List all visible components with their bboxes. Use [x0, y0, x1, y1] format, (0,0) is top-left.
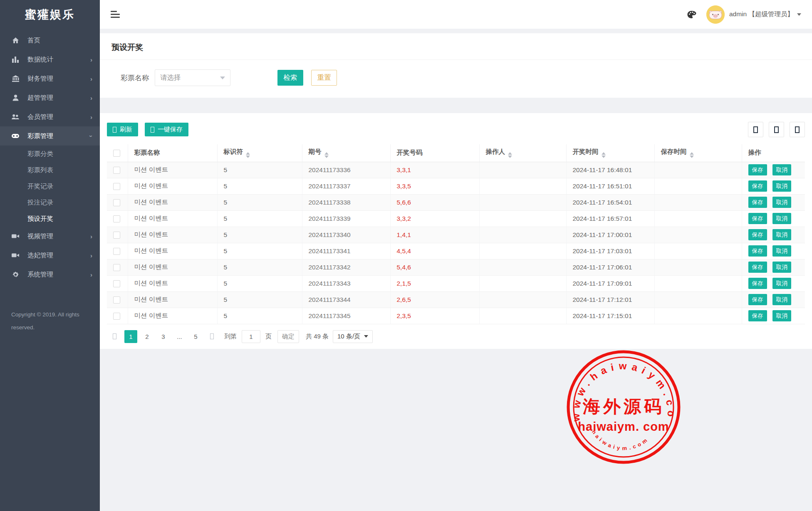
filter-columns-button[interactable] [748, 122, 763, 137]
sort-icon[interactable] [324, 152, 329, 158]
page-title: 预设开奖 [100, 33, 812, 60]
row-save-button[interactable]: 保存 [748, 278, 767, 289]
row-save-button[interactable]: 保存 [748, 213, 767, 224]
row-checkbox[interactable] [113, 183, 120, 190]
sort-icon[interactable] [508, 152, 512, 158]
row-checkbox[interactable] [113, 199, 120, 206]
goto-confirm-button[interactable]: 确定 [277, 330, 299, 343]
print-button[interactable] [790, 122, 805, 137]
col-actions: 操作 [742, 144, 805, 162]
page-number-button[interactable]: 1 [124, 330, 137, 343]
sort-icon[interactable] [246, 152, 250, 158]
filter-card: 预设开奖 彩票名称 请选择 检索 重置 [100, 33, 812, 98]
sidebar-item-system[interactable]: 系统管理 › [0, 265, 100, 284]
page-number-button[interactable]: 3 [157, 330, 170, 343]
col-lottery-name: 彩票名称 [128, 144, 217, 162]
sort-icon[interactable] [690, 152, 694, 158]
row-checkbox[interactable] [113, 264, 120, 271]
row-checkbox[interactable] [113, 296, 120, 304]
total-count: 共 49 条 [306, 333, 329, 341]
table-row: 미션 이벤트 5 202411173340 1,4,1 2024-11-17 1… [107, 227, 805, 243]
sidebar-item-home[interactable]: 首页 [0, 31, 100, 50]
cell-draw-time: 2024-11-17 17:03:01 [566, 243, 654, 259]
row-cancel-button[interactable]: 取消 [772, 197, 791, 208]
caret-down-icon [797, 13, 801, 16]
row-save-button[interactable]: 保存 [748, 245, 767, 257]
row-save-button[interactable]: 保存 [748, 197, 767, 208]
sidebar-item-label: 选妃管理 [27, 251, 53, 260]
cell-actions: 保存 取消 [742, 308, 805, 324]
search-button[interactable]: 检索 [277, 70, 303, 86]
row-cancel-button[interactable]: 取消 [772, 245, 791, 257]
sidebar-item-label: 超管管理 [27, 94, 53, 102]
sidebar-nav: 首页 数据统计 › 财务管理 › 超管管理 › 会员 [0, 31, 100, 284]
cell-draw-time: 2024-11-17 16:54:01 [566, 194, 654, 210]
row-cancel-button[interactable]: 取消 [772, 310, 791, 321]
row-cancel-button[interactable]: 取消 [772, 164, 791, 175]
export-button[interactable] [769, 122, 784, 137]
page-number-button[interactable]: 2 [141, 330, 153, 343]
row-save-button[interactable]: 保存 [748, 310, 767, 321]
select-all-checkbox[interactable] [113, 150, 120, 157]
cell-save-time [654, 259, 742, 275]
user-icon [11, 94, 20, 101]
table-row: 미션 이벤트 5 202411173339 3,3,2 2024-11-17 1… [107, 210, 805, 227]
row-cancel-button[interactable]: 取消 [772, 213, 791, 224]
watermark-bottom-text: haiwaiym.com [591, 429, 650, 451]
row-checkbox[interactable] [113, 248, 120, 255]
row-save-button[interactable]: 保存 [748, 262, 767, 273]
cell-identifier: 5 [217, 210, 302, 227]
goto-page-input[interactable] [242, 330, 260, 343]
row-cancel-button[interactable]: 取消 [772, 294, 791, 305]
sort-icon[interactable] [602, 152, 606, 158]
row-save-button[interactable]: 保存 [748, 229, 767, 240]
sidebar-item-label: 财务管理 [27, 74, 53, 83]
sidebar-item-concubine[interactable]: 选妃管理 › [0, 246, 100, 265]
cell-issue: 202411173344 [302, 291, 390, 308]
sidebar-item-video[interactable]: 视频管理 › [0, 227, 100, 246]
row-checkbox[interactable] [113, 313, 120, 320]
sidebar: 蜜獾娱乐 首页 数据统计 › 财务管理 › 超管管理 › [0, 0, 100, 511]
save-all-button[interactable]: 一键保存 [145, 123, 188, 136]
hamburger-menu-icon[interactable] [111, 11, 121, 18]
row-checkbox[interactable] [113, 215, 120, 222]
sidebar-item-stats[interactable]: 数据统计 › [0, 50, 100, 69]
page-number-button[interactable]: 5 [189, 330, 202, 343]
chevron-right-icon: › [90, 94, 92, 101]
row-save-button[interactable]: 保存 [748, 164, 767, 175]
sidebar-item-members[interactable]: 会员管理 › [0, 107, 100, 126]
cell-actions: 保存 取消 [742, 259, 805, 275]
chevron-right-icon: › [90, 114, 92, 121]
user-avatar[interactable] [706, 5, 725, 24]
row-save-button[interactable]: 保存 [748, 180, 767, 192]
row-cancel-button[interactable]: 取消 [772, 180, 791, 192]
sidebar-item-finance[interactable]: 财务管理 › [0, 69, 100, 88]
sidebar-item-lottery-category[interactable]: 彩票分类 [0, 146, 100, 162]
cell-draw-time: 2024-11-17 16:48:01 [566, 162, 654, 178]
theme-palette-icon[interactable] [687, 10, 696, 19]
row-save-button[interactable]: 保存 [748, 294, 767, 305]
row-checkbox[interactable] [113, 232, 120, 239]
cell-save-time [654, 210, 742, 227]
row-cancel-button[interactable]: 取消 [772, 262, 791, 273]
refresh-button[interactable]: 刷新 [107, 123, 138, 136]
row-cancel-button[interactable]: 取消 [772, 229, 791, 240]
users-icon [11, 114, 20, 120]
table-tools [748, 122, 805, 137]
sidebar-item-bet-records[interactable]: 投注记录 [0, 194, 100, 210]
reset-button[interactable]: 重置 [311, 70, 337, 86]
sidebar-item-draw-records[interactable]: 开奖记录 [0, 178, 100, 194]
sidebar-item-preset-draw[interactable]: 预设开奖 [0, 210, 100, 227]
lottery-name-label: 彩票名称 [121, 73, 149, 83]
sidebar-item-lottery-list[interactable]: 彩票列表 [0, 162, 100, 178]
per-page-select[interactable]: 10 条/页 [333, 330, 373, 343]
next-page-button[interactable] [205, 330, 218, 343]
prev-page-button[interactable] [108, 330, 121, 343]
user-menu[interactable]: admin 【超级管理员】 [729, 10, 801, 19]
sidebar-item-lottery[interactable]: 彩票管理 › [0, 126, 100, 146]
row-checkbox[interactable] [113, 280, 120, 287]
sidebar-item-admins[interactable]: 超管管理 › [0, 88, 100, 107]
row-checkbox[interactable] [113, 167, 120, 174]
lottery-name-select[interactable]: 请选择 [155, 69, 230, 86]
row-cancel-button[interactable]: 取消 [772, 278, 791, 289]
